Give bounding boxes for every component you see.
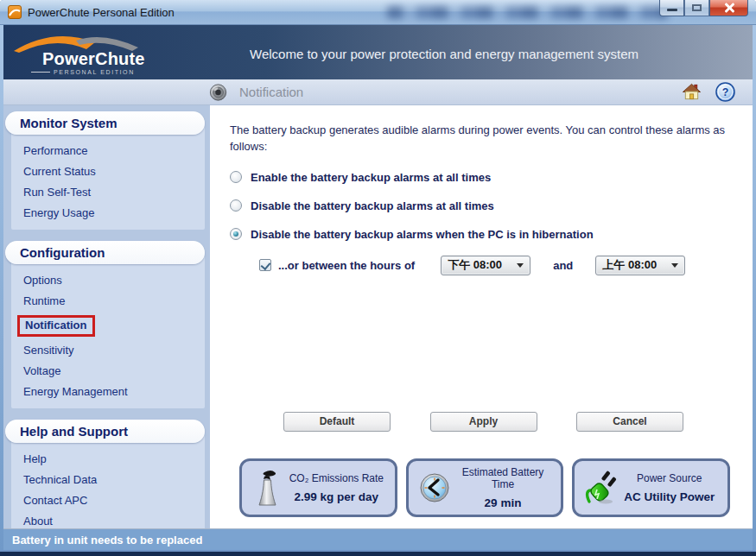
- power-source-card: Power Source AC Utility Power: [572, 458, 730, 517]
- sidebar-item-energy-usage[interactable]: Energy Usage: [11, 203, 205, 224]
- sidebar-item-technical-data[interactable]: Technical Data: [11, 470, 205, 490]
- to-time-value: 上午 08:00: [602, 257, 671, 273]
- cancel-button[interactable]: Cancel: [576, 412, 683, 432]
- radio-disable-alarms-always[interactable]: Disable the battery backup alarms at all…: [230, 199, 735, 212]
- description-text: The battery backup generates audible ala…: [230, 123, 753, 155]
- window-controls: [659, 0, 748, 16]
- from-time-value: 下午 08:00: [448, 257, 517, 273]
- powerchute-app-icon: [8, 5, 22, 19]
- and-label: and: [553, 259, 573, 272]
- chevron-down-icon: [671, 263, 678, 268]
- section-title-monitor-system: Monitor System: [5, 111, 205, 135]
- sidebar-item-current-status[interactable]: Current Status: [11, 161, 205, 182]
- default-button[interactable]: Default: [283, 412, 391, 432]
- status-message: Battery in unit needs to be replaced: [12, 534, 202, 547]
- sidebar-section-help-and-support: Help and Support Help Technical Data Con…: [5, 420, 205, 528]
- app-window: PowerChute Personal Edition PowerChute P…: [0, 0, 756, 556]
- sidebar-item-performance[interactable]: Performance: [11, 141, 205, 161]
- logo-subtitle: PERSONAL EDITION: [31, 69, 135, 75]
- home-icon[interactable]: [682, 82, 702, 102]
- co2-tower-icon: [251, 469, 285, 507]
- radio-button-icon[interactable]: [230, 171, 242, 183]
- speaker-icon: [209, 83, 228, 102]
- window-border-bottom: [0, 550, 756, 556]
- apply-button[interactable]: Apply: [430, 412, 537, 432]
- sidebar-item-contact-apc[interactable]: Contact APC: [11, 490, 205, 511]
- minimize-icon: [667, 9, 677, 11]
- maximize-button[interactable]: [684, 0, 709, 16]
- chevron-down-icon: [517, 263, 524, 268]
- sidebar-item-energy-management[interactable]: Energy Management: [11, 382, 205, 402]
- close-button[interactable]: [709, 0, 748, 16]
- battery-time-card: Estimated Battery Time 29 min: [406, 458, 564, 517]
- maximize-icon: [692, 4, 702, 11]
- section-title-configuration: Configuration: [5, 241, 205, 264]
- page-title: Notification: [239, 85, 303, 99]
- clock-icon: [417, 469, 452, 507]
- page-toolbar: Notification ?: [3, 79, 753, 105]
- blurred-text: [387, 6, 668, 19]
- active-item-red-highlight: Notification: [17, 315, 95, 337]
- status-bar: Battery in unit needs to be replaced: [3, 528, 753, 550]
- hours-label: ...or between the hours of: [278, 259, 415, 272]
- card-value: 29 min: [452, 496, 555, 509]
- sidebar-item-options[interactable]: Options: [11, 270, 205, 291]
- sidebar-section-configuration: Configuration Options Runtime Notificati…: [5, 241, 205, 408]
- to-time-select[interactable]: 上午 08:00: [595, 256, 685, 275]
- minimize-button[interactable]: [659, 0, 684, 16]
- titlebar: PowerChute Personal Edition: [0, 0, 756, 25]
- card-value: AC Utility Power: [618, 490, 721, 503]
- from-time-select[interactable]: 下午 08:00: [441, 256, 530, 275]
- sidebar-item-runtime[interactable]: Runtime: [11, 291, 205, 312]
- window-border-right: [753, 25, 756, 550]
- radio-button-icon-selected[interactable]: [230, 228, 242, 240]
- svg-text:?: ?: [722, 86, 729, 98]
- power-plug-icon: [583, 469, 618, 507]
- sidebar-item-about[interactable]: About: [11, 511, 205, 528]
- radio-disable-alarms-hibernation[interactable]: Disable the battery backup alarms when t…: [230, 228, 735, 241]
- sidebar-item-notification[interactable]: Notification: [11, 312, 205, 340]
- help-icon[interactable]: ?: [715, 82, 735, 102]
- co2-emissions-card: CO₂ Emissions Rate 2.99 kg per day: [239, 458, 397, 517]
- card-title: CO₂ Emissions Rate: [285, 472, 388, 484]
- logo-title: PowerChute: [42, 49, 145, 69]
- sidebar-item-sensitivity[interactable]: Sensitivity: [11, 340, 205, 361]
- card-title: Estimated Battery Time: [452, 466, 555, 490]
- close-icon: [723, 2, 735, 14]
- notification-settings-panel: The battery backup generates audible ala…: [210, 105, 753, 528]
- card-value: 2.99 kg per day: [285, 490, 388, 503]
- powerchute-logo: PowerChute PERSONAL EDITION: [10, 27, 149, 79]
- window-title: PowerChute Personal Edition: [28, 6, 175, 19]
- card-title: Power Source: [618, 472, 721, 484]
- welcome-message: Welcome to your power protection and ene…: [219, 47, 669, 61]
- header-banner: PowerChute PERSONAL EDITION Welcome to y…: [3, 25, 753, 79]
- radio-enable-alarms-always[interactable]: Enable the battery backup alarms at all …: [230, 171, 735, 184]
- sidebar-item-run-self-test[interactable]: Run Self-Test: [11, 182, 205, 203]
- sidebar-navigation: Monitor System Performance Current Statu…: [3, 105, 210, 528]
- radio-button-icon[interactable]: [230, 199, 242, 212]
- section-title-help-and-support: Help and Support: [5, 420, 205, 443]
- sidebar-section-monitor-system: Monitor System Performance Current Statu…: [5, 111, 205, 230]
- quiet-hours-row: ...or between the hours of 下午 08:00 and …: [259, 256, 735, 275]
- status-cards-row: CO₂ Emissions Rate 2.99 kg per day: [239, 458, 730, 517]
- action-buttons-row: Default Apply Cancel: [283, 412, 683, 432]
- sidebar-item-voltage[interactable]: Voltage: [11, 361, 205, 382]
- sidebar-item-help[interactable]: Help: [11, 449, 205, 470]
- hours-checkbox[interactable]: [259, 259, 271, 271]
